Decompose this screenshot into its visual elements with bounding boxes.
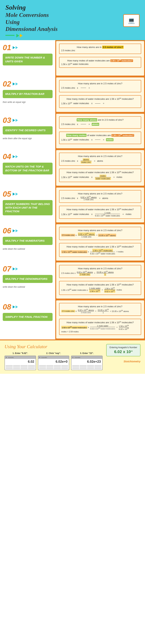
step-05-prob1: How many atoms are in 2.5 moles of zinc?… [59, 190, 141, 203]
step-02-label-box: MULTIPLY BY FRACTION BAR [3, 90, 53, 98]
step-07-number: 07 [3, 265, 11, 273]
step-02-row: 02 MULTIPLY BY FRACTION BAR then write a… [0, 76, 145, 113]
step-08-frac2: 1 mole water 6.02 x 1023 water molecules [90, 325, 115, 330]
step-07-result2: 1.56 x 1024 6.02 x 1023 [104, 287, 115, 293]
calc-step-1-label: 1. Enter "6.02". [12, 352, 28, 354]
step-07-arrows [13, 268, 18, 270]
step-02-sub: then write an equal sign [3, 101, 53, 104]
step-05-row: 05 INSERT NUMBERS THAT BELONG WITH EACH … [0, 186, 145, 224]
step-06-arrows [13, 229, 18, 232]
header-icon: 💻 [123, 14, 140, 27]
step-04-label-box: MATCH UNITS ON THE TOP & BOTTOM OF THE F… [3, 163, 53, 174]
step-07-p1-title: How many atoms are in 2.5 moles of zinc? [61, 267, 139, 270]
calc-step-3-label: 3. Enter "23". [80, 352, 94, 354]
step-04-p1-line: 2.5 moles zinc x atoms moles zinc = atom… [61, 158, 139, 164]
step-08-row: 08 SIMPLIFY THE FINAL FRACTION How many … [0, 300, 145, 340]
highlight-molecules: 1.56 x 1024 molecules? [110, 60, 133, 62]
step-05-content: How many atoms are in 2.5 moles of zinc?… [56, 188, 144, 222]
step-07-prob1: How many atoms are in 2.5 moles of zinc?… [59, 265, 141, 278]
step-03-label: IDENTIFY THE DESIRED UNITS [5, 128, 50, 132]
step-07-p2-line: 1.56 x 1024 water molecules x 1 mole wat… [61, 287, 139, 293]
step-05-p1-title: How many atoms are in 2.5 moles of zinc? [61, 192, 139, 195]
step-06-number: 06 [3, 227, 11, 234]
calc-title: Using Your Calculator [4, 344, 103, 350]
step-05-p2-title: How many moles of water molecules are 1.… [61, 208, 139, 211]
step-02-p1-line: 2.5 moles zinc x = [61, 86, 139, 90]
calc-screen-3: Scientific 6.02e+23 [71, 356, 103, 370]
step-07-result1: 15.05 x 1023 atoms 1 [97, 270, 114, 276]
step-04-prob2: How many moles of water molecules are 1.… [59, 169, 141, 182]
step-02-p2-line: 1.56 x 1024 water molecules x = [61, 101, 139, 106]
step-08-prob1: How many atoms are in 2.5 moles of zinc?… [59, 303, 141, 316]
step-04-prob1: How many atoms are in 2.5 moles of zinc?… [59, 153, 141, 166]
step-03-p2-line: 1.56 x 1024 water molecules x = moles [61, 138, 139, 142]
step-01-right: How many atoms are in 2.5 moles of zinc?… [55, 40, 145, 76]
step-05-arrows [13, 192, 18, 196]
step-01-prob1: How many atoms are in 2.5 moles of zinc?… [59, 44, 141, 54]
step-08-right: How many atoms are in 2.5 moles of zinc?… [55, 300, 145, 340]
step-07-content: How many atoms are in 2.5 moles of zinc?… [56, 262, 144, 298]
step-06-p1-line: 2.5 moles zinc x 6.02 x 1023 atoms 1 mol… [61, 232, 139, 238]
step-01-label: WRITE DOWN THE NUMBER & UNITS GIVEN [5, 56, 50, 63]
title-line2: Mole Conversions [5, 12, 58, 18]
step-07-prob2: How many moles of water molecules are 1.… [59, 281, 141, 295]
step-04-frac2: moles water molecules [95, 175, 111, 180]
calc-step-2: 2. Click "exp". Scientific 6.02e+0 [38, 352, 69, 370]
step-01-arrows [13, 46, 18, 49]
step-06-label-box: MULTIPLY THE NUMERATORS [3, 237, 53, 245]
step-07-label-box: MULTIPLY THE DENOMINATORS [3, 275, 53, 283]
header: Solving Mole Conversions Using Dimension… [0, 0, 145, 40]
step-03-p1-line: 2.5 moles zinc x = atoms [61, 122, 139, 126]
step-06-frac2: 1.56 x 1024 molecules 6.02 x 1023 water … [90, 249, 115, 254]
title-line4: Dimensional Analysis [5, 26, 58, 32]
step-06-row: 06 MULTIPLY THE NUMERATORS write down th… [0, 223, 145, 261]
step-03-prob2: How many moles of water molecules are 1.… [59, 132, 141, 144]
step-08-result2: 1.56 x 1024 6.02 x 1023 [119, 324, 129, 330]
step-07-sub: write down the subtotal [3, 286, 53, 288]
step-02-arrows [13, 82, 18, 86]
step-01-prob2-title: How many moles of water molecules are 1.… [61, 59, 139, 62]
calc-screen-2: Scientific 6.02e+0 [38, 356, 69, 370]
calculator-section: Using Your Calculator 1. Enter "6.02". S… [0, 340, 145, 374]
step-04-right: How many atoms are in 2.5 moles of zinc?… [55, 149, 145, 186]
step-02-right: How many atoms are in 2.5 moles of zinc?… [55, 76, 145, 113]
highlight-zinc: 2.5 moles of zinc? [102, 46, 124, 49]
step-05-frac2: 1 mole 6.02 x 1023 water molecules [95, 212, 120, 217]
step-08-content: How many atoms are in 2.5 moles of zinc?… [56, 300, 144, 338]
step-02-p1-title: How many atoms are in 2.5 moles of zinc? [61, 82, 139, 85]
step-06-p2-title: How many moles of water molecules are 1.… [61, 245, 139, 248]
step-05-left: 05 INSERT NUMBERS THAT BELONG WITH EACH … [0, 186, 55, 224]
step-01-number: 01 [3, 44, 11, 52]
step-05-prob2: How many moles of water molecules are 1.… [59, 206, 141, 219]
step-06-prob2: How many moles of water molecules are 1.… [59, 243, 141, 257]
step-07-left: 07 MULTIPLY THE DENOMINATORS write down … [0, 262, 55, 300]
step-08-p2-line: 1.56 x 1024 water molecules x 1 mole wat… [61, 324, 139, 333]
step-06-right: How many atoms are in 2.5 moles of zinc?… [55, 223, 145, 261]
step-05-label-box: INSERT NUMBERS THAT BELONG WITH EACH UNI… [3, 200, 53, 216]
header-arrows [5, 34, 58, 38]
calc-display-1: 6.02 [5, 359, 36, 364]
step-08-prob2: How many moles of water molecules are 1.… [59, 319, 141, 335]
step-08-p1-title: How many atoms are in 2.5 moles of zinc? [61, 305, 139, 308]
calc-display-3: 6.02e+23 [71, 359, 102, 364]
title-line3: Using [5, 18, 58, 26]
step-05-number: 05 [3, 190, 11, 198]
step-03-p1-title: How many atoms are In 2.5 moles of zinc? [61, 118, 139, 121]
step-03-frac2 [95, 138, 100, 142]
step-02-prob1: How many atoms are in 2.5 moles of zinc?… [59, 80, 141, 92]
step-02-prob2: How many moles of water molecules are 1.… [59, 95, 141, 108]
step-02-left: 02 MULTIPLY BY FRACTION BAR then write a… [0, 76, 55, 113]
step-04-p2-line: 1.56 x 1024 water molecules x moles wate… [61, 175, 139, 180]
step-08-label-box: SIMPLIFY THE FINAL FRACTION [3, 313, 53, 321]
step-07-p1-line: 2.5 moles zinc x 6.02 x 1023 atoms 1 mol… [61, 270, 139, 276]
step-02-p2-title: How many moles of water molecules are 1.… [61, 98, 139, 100]
avogadro-title: Entering Avagadro's Number [110, 346, 137, 349]
step-07-label: MULTIPLY THE DENOMINATORS [5, 277, 50, 281]
step-08-frac1: 6.02 x 1023 atoms 1 mole zinc [78, 308, 94, 314]
step-01-prob2: How many moles of water molecules are 1.… [59, 57, 141, 68]
step-03-left: 03 IDENTIFY THE DESIRED UNITS write them… [0, 113, 55, 149]
step-05-p2-line: 1.56 x 1024 water molecules x 1 mole 6.0… [61, 212, 139, 217]
calc-display-2: 6.02e+0 [38, 359, 69, 364]
calc-step-2-label: 2. Click "exp". [46, 352, 61, 354]
step-03-frac1 [81, 122, 86, 126]
